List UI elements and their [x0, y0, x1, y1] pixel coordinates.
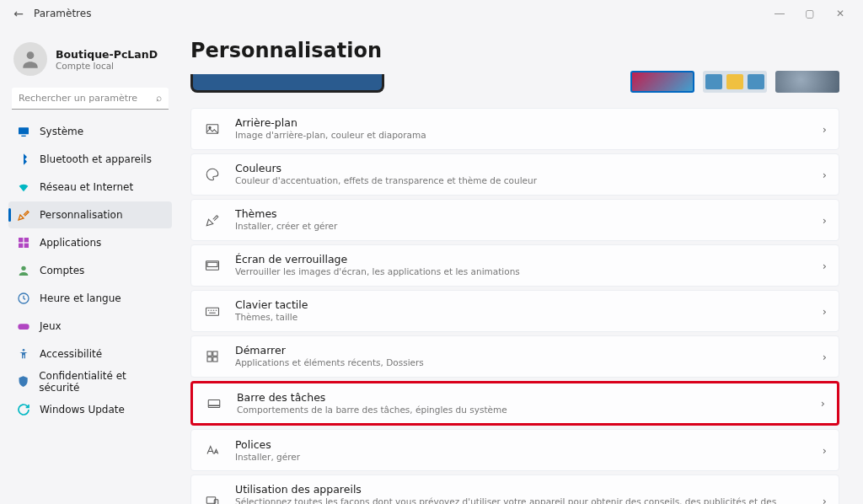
row-sub: Thèmes, taille: [235, 311, 809, 323]
start-icon: [203, 347, 222, 366]
chevron-right-icon: ›: [823, 169, 827, 181]
sidebar-item-label: Comptes: [40, 265, 84, 276]
row-title: Démarrer: [235, 344, 809, 357]
row-title: Barre des tâches: [237, 391, 807, 404]
svg-rect-15: [206, 308, 219, 315]
bt-icon: [17, 153, 30, 166]
row-colors[interactable]: CouleursCouleur d'accentuation, effets d…: [190, 153, 839, 196]
sidebar-item-label: Applications: [40, 237, 101, 249]
row-start[interactable]: DémarrerApplications et éléments récents…: [190, 335, 839, 378]
time-icon: [17, 292, 30, 305]
row-title: Polices: [235, 438, 809, 451]
sidebar-item-label: Windows Update: [40, 404, 125, 416]
row-title: Arrière-plan: [235, 116, 809, 129]
row-themes[interactable]: ThèmesInstaller, créer et gérer›: [190, 199, 839, 241]
sidebar-item-system[interactable]: Système: [8, 118, 172, 145]
sidebar-item-label: Réseau et Internet: [40, 181, 133, 193]
theme-thumb-1[interactable]: [630, 71, 694, 93]
chevron-right-icon: ›: [823, 214, 827, 227]
fonts-icon: [203, 441, 222, 459]
svg-rect-17: [213, 351, 217, 356]
row-sub: Installer, gérer: [235, 451, 809, 463]
themes-icon: [203, 211, 222, 229]
sidebar-item-label: Accessibilité: [40, 348, 102, 360]
svg-rect-6: [24, 244, 29, 248]
row-fonts[interactable]: PolicesInstaller, gérer›: [190, 429, 839, 471]
user-name: Boutique-PcLanD: [56, 48, 158, 61]
row-title: Thèmes: [235, 207, 809, 220]
row-title: Couleurs: [235, 162, 809, 174]
row-sub: Comportements de la barre des tâches, ép…: [237, 404, 807, 416]
chevron-right-icon: ›: [823, 351, 827, 363]
games-icon: [17, 319, 30, 333]
row-devices[interactable]: Utilisation des appareilsSélectionnez to…: [190, 475, 839, 504]
sidebar-item-priv[interactable]: Confidentialité et sécurité: [8, 368, 172, 395]
sidebar-item-wu[interactable]: Windows Update: [8, 396, 172, 423]
maximize-button[interactable]: ▢: [802, 8, 817, 19]
svg-rect-9: [18, 324, 29, 330]
row-sub: Image d'arrière-plan, couleur et diapora…: [235, 129, 809, 141]
row-bg[interactable]: Arrière-planImage d'arrière-plan, couleu…: [190, 108, 839, 150]
taskbar-icon: [205, 394, 223, 413]
row-lock[interactable]: Écran de verrouillageVerrouiller les ima…: [190, 244, 839, 287]
sidebar-item-label: Jeux: [40, 320, 62, 332]
accounts-icon: [17, 264, 30, 277]
sidebar-item-apps[interactable]: Applications: [8, 229, 172, 256]
close-button[interactable]: ✕: [833, 8, 848, 19]
svg-point-10: [23, 349, 25, 351]
sidebar-item-accounts[interactable]: Comptes: [8, 257, 172, 284]
user-block[interactable]: Boutique-PcLanD Compte local: [8, 34, 172, 88]
minimize-button[interactable]: ―: [772, 8, 787, 19]
back-button[interactable]: ←: [7, 2, 30, 25]
apps-icon: [17, 236, 30, 249]
sidebar-item-bt[interactable]: Bluetooth et appareils: [8, 146, 172, 173]
svg-rect-1: [19, 127, 29, 134]
sidebar-item-games[interactable]: Jeux: [8, 313, 172, 340]
svg-rect-20: [208, 399, 220, 407]
sidebar-item-time[interactable]: Heure et langue: [8, 285, 172, 312]
row-sub: Verrouiller les images d'écran, les appl…: [235, 265, 809, 277]
sidebar-item-label: Système: [40, 126, 83, 137]
chevron-right-icon: ›: [823, 444, 827, 457]
net-icon: [17, 180, 30, 194]
sidebar-item-perso[interactable]: Personnalisation: [8, 201, 172, 228]
chevron-right-icon: ›: [823, 123, 827, 136]
svg-rect-14: [207, 262, 217, 266]
colors-icon: [203, 165, 222, 184]
chevron-right-icon: ›: [821, 397, 825, 410]
row-touchkb[interactable]: Clavier tactileThèmes, taille›: [190, 290, 839, 332]
theme-thumb-2[interactable]: [703, 71, 767, 93]
user-sub: Compte local: [56, 61, 158, 71]
svg-rect-18: [207, 357, 212, 362]
svg-rect-3: [19, 238, 23, 242]
svg-point-7: [21, 266, 25, 271]
chevron-right-icon: ›: [823, 495, 827, 504]
devices-icon: [203, 492, 222, 504]
chevron-right-icon: ›: [823, 260, 827, 272]
sidebar-item-label: Bluetooth et appareils: [40, 153, 152, 165]
row-sub: Sélectionnez toutes les façons dont vous…: [235, 496, 809, 504]
theme-thumb-3[interactable]: [775, 71, 839, 93]
page-title: Personnalisation: [190, 39, 839, 62]
sidebar-item-label: Heure et langue: [40, 292, 121, 304]
svg-rect-2: [21, 136, 25, 137]
sidebar-item-access[interactable]: Accessibilité: [8, 340, 172, 367]
svg-rect-19: [213, 357, 217, 362]
row-taskbar[interactable]: Barre des tâchesComportements de la barr…: [190, 381, 839, 426]
touchkb-icon: [203, 302, 222, 320]
sidebar-item-label: Confidentialité et sécurité: [39, 370, 163, 394]
row-sub: Installer, créer et gérer: [235, 220, 809, 232]
row-title: Utilisation des appareils: [235, 483, 809, 496]
system-icon: [17, 125, 30, 138]
access-icon: [17, 347, 30, 361]
sidebar-item-net[interactable]: Réseau et Internet: [8, 174, 172, 201]
search-input[interactable]: [12, 88, 169, 110]
wu-icon: [17, 403, 30, 416]
svg-rect-4: [24, 238, 29, 242]
bg-icon: [203, 120, 222, 138]
chevron-right-icon: ›: [823, 305, 827, 318]
sidebar-item-label: Personnalisation: [40, 209, 123, 221]
app-title: Paramètres: [34, 8, 772, 19]
theme-preview-current[interactable]: [190, 74, 384, 93]
priv-icon: [17, 375, 29, 389]
